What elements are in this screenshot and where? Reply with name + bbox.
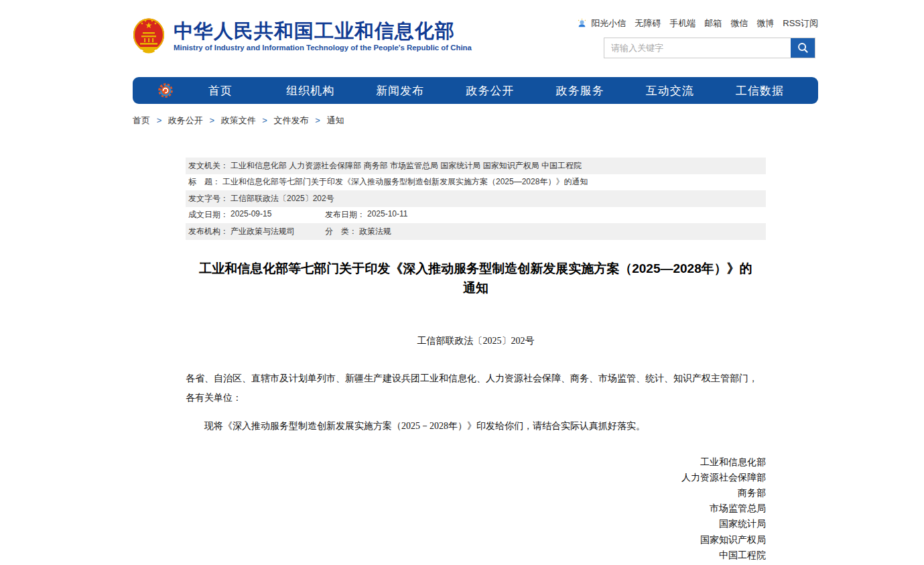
breadcrumb-home[interactable]: 首页 xyxy=(133,115,150,125)
search-bar xyxy=(604,38,815,58)
meta-row-dates: 成文日期： 2025-09-15 发布日期： 2025-10-11 xyxy=(186,207,766,224)
paragraph-addressees: 各省、自治区、直辖市及计划单列市、新疆生产建设兵团工业和信息化、人力资源社会保障… xyxy=(186,369,766,407)
paragraph-body: 现将《深入推动服务型制造创新发展实施方案（2025－2028年）》印发给你们，请… xyxy=(186,416,766,436)
document-title: 工业和信息化部等七部门关于印发《深入推动服务型制造创新发展实施方案（2025—2… xyxy=(199,259,752,298)
nav-items: 首页 组织机构 新闻发布 政务公开 政务服务 互动交流 工信数据 xyxy=(176,83,805,99)
nav-item-gov-services[interactable]: 政务服务 xyxy=(535,83,625,99)
signature-line: 国家知识产权局 xyxy=(186,532,766,548)
top-link-wechat[interactable]: 微信 xyxy=(730,17,748,29)
meta-value: 产业政策与法规司 xyxy=(230,226,295,237)
signature-line: 市场监管总局 xyxy=(186,501,766,516)
top-link-yangguang-xiaoxin[interactable]: 阳光小信 xyxy=(591,17,626,29)
breadcrumb: 首页 > 政务公开 > 政策文件 > 文件发布 > 通知 xyxy=(133,115,344,127)
breadcrumb-separator: > xyxy=(262,115,267,125)
nav-item-interaction[interactable]: 互动交流 xyxy=(625,83,715,99)
meta-value: 工业和信息化部 人力资源社会保障部 商务部 市场监管总局 国家统计局 国家知识产… xyxy=(230,160,582,172)
breadcrumb-policy-files[interactable]: 政策文件 xyxy=(221,115,256,125)
header-right: 阳光小信 无障碍 手机端 邮箱 微信 微博 RSS订阅 xyxy=(604,17,818,58)
top-link-mail[interactable]: 邮箱 xyxy=(704,17,722,29)
meta-value: 工业和信息化部等七部门关于印发《深入推动服务型制造创新发展实施方案（2025—2… xyxy=(222,176,588,188)
signature-line: 工业和信息化部 xyxy=(186,454,766,470)
top-link-accessibility[interactable]: 无障碍 xyxy=(635,17,661,29)
nav-item-home[interactable]: 首页 xyxy=(176,83,265,99)
document-area: 发文机关： 工业和信息化部 人力资源社会保障部 商务部 市场监管总局 国家统计局… xyxy=(186,158,766,565)
nav-item-news[interactable]: 新闻发布 xyxy=(355,83,445,99)
top-links: 阳光小信 无障碍 手机端 邮箱 微信 微博 RSS订阅 xyxy=(604,17,818,29)
meta-label: 发布日期： xyxy=(325,209,365,221)
breadcrumb-file-release[interactable]: 文件发布 xyxy=(274,115,309,125)
meta-row-title: 标 题： 工业和信息化部等七部门关于印发《深入推动服务型制造创新发展实施方案（2… xyxy=(186,174,766,191)
breadcrumb-current-notice: 通知 xyxy=(326,115,344,125)
meta-label: 发文机关： xyxy=(188,160,228,172)
breadcrumb-gov-open[interactable]: 政务公开 xyxy=(168,115,203,125)
main-nav: 首页 组织机构 新闻发布 政务公开 政务服务 互动交流 工信数据 xyxy=(133,77,818,104)
breadcrumb-separator: > xyxy=(209,115,214,125)
yangguang-mascot-icon xyxy=(577,18,587,29)
meta-label: 发文字号： xyxy=(188,193,228,204)
site-logo: 中华人民共和国工业和信息化部 Ministry of Industry and … xyxy=(133,17,472,55)
search-icon xyxy=(797,42,809,54)
nav-item-gov-open[interactable]: 政务公开 xyxy=(445,83,535,99)
signature-line: 国家统计局 xyxy=(186,516,766,531)
meta-table: 发文机关： 工业和信息化部 人力资源社会保障部 商务部 市场监管总局 国家统计局… xyxy=(186,158,766,240)
meta-label: 分 类： xyxy=(325,226,357,237)
nav-item-organization[interactable]: 组织机构 xyxy=(265,83,355,99)
search-button[interactable] xyxy=(791,38,815,58)
signature-block: 工业和信息化部 人力资源社会保障部 商务部 市场监管总局 国家统计局 国家知识产… xyxy=(186,454,766,565)
breadcrumb-separator: > xyxy=(315,115,320,125)
top-link-mobile[interactable]: 手机端 xyxy=(669,17,696,29)
signature-line: 中国工程院 xyxy=(186,548,766,563)
top-link-rss[interactable]: RSS订阅 xyxy=(783,17,818,29)
meta-value: 2025-10-11 xyxy=(367,209,408,221)
meta-label: 标 题： xyxy=(188,176,220,188)
meta-row-publisher-category: 发布机构： 产业政策与法规司 分 类： 政策法规 xyxy=(186,223,766,240)
search-input[interactable] xyxy=(604,38,791,58)
signature-line: 商务部 xyxy=(186,485,766,501)
ministry-name-cn: 中华人民共和国工业和信息化部 xyxy=(174,19,472,43)
nav-item-miit-data[interactable]: 工信数据 xyxy=(715,83,805,99)
miit-logo-icon xyxy=(158,82,176,99)
top-link-weibo[interactable]: 微博 xyxy=(756,17,774,29)
meta-value: 政策法规 xyxy=(359,226,391,237)
ministry-name-en: Ministry of Industry and Information Tec… xyxy=(174,44,472,52)
meta-label: 发布机构： xyxy=(188,226,228,237)
meta-value: 2025-09-15 xyxy=(230,209,271,221)
national-emblem-icon xyxy=(133,17,165,55)
meta-row-issuing-agency: 发文机关： 工业和信息化部 人力资源社会保障部 商务部 市场监管总局 国家统计局… xyxy=(186,158,766,174)
document-number: 工信部联政法〔2025〕202号 xyxy=(186,335,766,347)
meta-label: 成文日期： xyxy=(188,209,228,221)
signature-line: 人力资源社会保障部 xyxy=(186,470,766,485)
meta-row-doc-number: 发文字号： 工信部联政法〔2025〕202号 xyxy=(186,190,766,207)
page: 中华人民共和国工业和信息化部 Ministry of Industry and … xyxy=(133,0,818,565)
breadcrumb-separator: > xyxy=(157,115,162,125)
meta-value: 工信部联政法〔2025〕202号 xyxy=(230,193,334,204)
